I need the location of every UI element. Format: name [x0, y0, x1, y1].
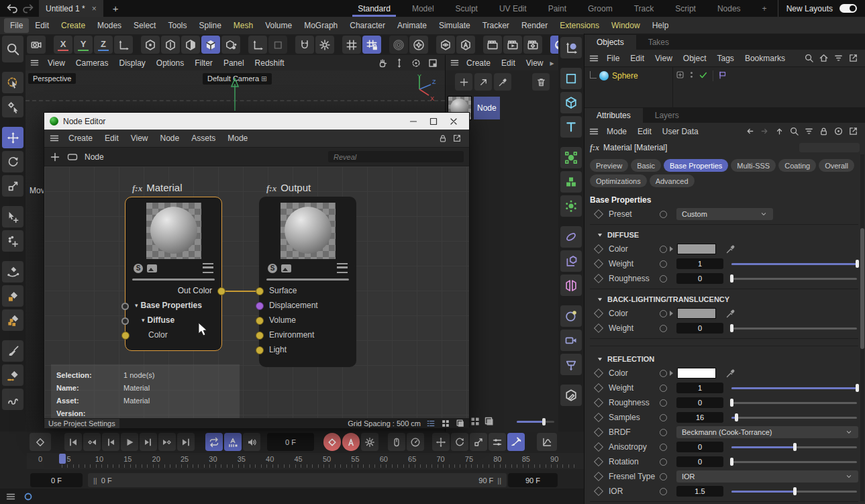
port-circle-icon[interactable] — [660, 211, 667, 218]
layout-tab-track[interactable]: Track — [623, 0, 665, 17]
node-connection-wire[interactable] — [219, 291, 260, 292]
live-selection-tool[interactable] — [2, 72, 23, 93]
rotate-tool[interactable] — [2, 151, 23, 172]
expand-arrow-icon[interactable] — [670, 246, 673, 252]
menu-mesh[interactable]: Mesh — [227, 18, 259, 33]
viewport-menu-panel[interactable]: Panel — [218, 56, 250, 70]
tab-takes[interactable]: Takes — [636, 35, 681, 50]
node-editor-menu-assets[interactable]: Assets — [185, 131, 221, 146]
node-menu-icon[interactable] — [337, 263, 348, 273]
value-slider[interactable] — [731, 383, 857, 393]
lock-x-axis-button[interactable]: X — [54, 36, 72, 54]
node-editor-menu-create[interactable]: Create — [62, 131, 99, 146]
section-tab-coating[interactable]: Coating — [778, 159, 816, 172]
scale-tool[interactable] — [2, 175, 23, 197]
lock-workplane-button[interactable] — [362, 36, 381, 54]
goto-end-button[interactable] — [177, 433, 195, 451]
value-field[interactable]: 0 — [676, 456, 723, 467]
camera-object-button[interactable] — [560, 330, 582, 351]
add-document-tab-button[interactable]: + — [103, 0, 128, 17]
in-port-environment[interactable] — [256, 332, 264, 340]
solo-badge-icon[interactable]: S — [268, 264, 277, 273]
find-tool-button[interactable] — [2, 36, 23, 62]
layout-view-icon[interactable] — [484, 416, 495, 427]
lock-z-axis-button[interactable]: Z — [94, 36, 113, 54]
color-swatch[interactable] — [677, 308, 716, 319]
object-enable-icon[interactable] — [676, 70, 684, 79]
viewport-solo-button[interactable] — [436, 36, 455, 54]
grid-view-icon[interactable] — [441, 419, 450, 428]
group-header-back-lighting-translucency[interactable]: BACK-LIGHTING/TRANSLUCENCY — [590, 292, 858, 306]
eyedropper-icon[interactable] — [725, 368, 736, 379]
previous-key-button[interactable] — [83, 433, 101, 451]
menu-extensions[interactable]: Extensions — [554, 18, 605, 33]
port-circle-icon[interactable] — [660, 385, 667, 392]
in-port-base-properties[interactable] — [121, 303, 129, 310]
object-name[interactable]: Sphere — [612, 71, 638, 81]
attributes-scrollbar[interactable] — [860, 154, 864, 501]
sketch-tool[interactable] — [2, 389, 23, 410]
port-circle-icon[interactable] — [660, 473, 667, 481]
loop-playback-button[interactable] — [205, 433, 223, 451]
expand-panel-icon[interactable] — [848, 53, 858, 63]
rectangle-spline-button[interactable] — [560, 68, 582, 89]
attributes-menu-mode[interactable]: Mode — [601, 125, 632, 138]
render-picture-viewer-button[interactable] — [503, 36, 522, 54]
bend-deformer-button[interactable] — [560, 226, 582, 248]
icon-view-icon[interactable] — [470, 416, 480, 427]
menu-create[interactable]: Create — [55, 18, 91, 33]
eyedropper-icon[interactable] — [725, 308, 736, 319]
image-badge-icon[interactable] — [147, 264, 157, 272]
menu-help[interactable]: Help — [646, 18, 675, 33]
port-circle-icon[interactable] — [660, 246, 667, 253]
objects-menu-file[interactable]: File — [601, 52, 625, 65]
node-editor-menu-node[interactable]: Node — [154, 131, 186, 146]
key-rotation-button[interactable] — [451, 433, 468, 451]
timing-button[interactable] — [407, 433, 424, 451]
node-editor-menu-edit[interactable]: Edit — [99, 131, 125, 146]
objects-menu-object[interactable]: Object — [678, 52, 712, 65]
effector-button[interactable] — [560, 195, 582, 217]
filter-icon[interactable] — [833, 53, 844, 63]
port-circle-icon[interactable] — [660, 458, 667, 466]
render-view-button[interactable] — [27, 36, 46, 54]
orbit-view-icon[interactable] — [411, 58, 421, 68]
menu-file[interactable]: File — [4, 18, 29, 33]
minimize-icon[interactable] — [403, 116, 423, 127]
port-circle-icon[interactable] — [660, 275, 667, 283]
range-slider[interactable]: || 0 F 90 F || — [88, 473, 507, 487]
port-circle-icon[interactable] — [660, 444, 667, 451]
menu-animate[interactable]: Animate — [391, 18, 433, 33]
keyframe-selection-button[interactable] — [388, 433, 405, 451]
measure-tool[interactable] — [2, 364, 23, 386]
layout-tab-script[interactable]: Script — [664, 0, 707, 17]
array-generator-button[interactable] — [560, 171, 582, 193]
key-pla-button[interactable] — [507, 433, 525, 451]
node-graph-canvas[interactable]: f:xMaterialSOut Color▾Base Properties▾Di… — [44, 166, 469, 418]
menu-render[interactable]: Render — [515, 18, 554, 33]
forward-icon[interactable] — [760, 126, 770, 136]
viewport-menu-options[interactable]: Options — [151, 56, 189, 70]
workplane-button[interactable] — [268, 36, 287, 54]
value-field[interactable]: 0 — [676, 323, 723, 334]
null-object-button[interactable] — [560, 250, 582, 272]
key-scale-button[interactable] — [470, 433, 487, 451]
menu-simulate[interactable]: Simulate — [433, 18, 476, 33]
value-slider[interactable] — [731, 259, 857, 268]
value-slider[interactable] — [731, 398, 857, 407]
objects-menu-icon[interactable] — [589, 53, 599, 64]
document-tab[interactable]: Untitled 1 * × — [39, 0, 103, 17]
section-tab-overall[interactable]: Overall — [819, 159, 854, 172]
viewport-menu-display[interactable]: Display — [113, 56, 150, 70]
menu-window[interactable]: Window — [605, 18, 646, 33]
in-port-light[interactable] — [256, 346, 264, 354]
up-icon[interactable] — [774, 126, 784, 136]
viewport-menu-icon[interactable] — [30, 58, 40, 68]
port-circle-icon[interactable] — [660, 370, 667, 377]
brdf-dropdown[interactable]: Beckmann (Cook-Torrance) — [676, 426, 858, 438]
polygon-pen-tool[interactable] — [2, 285, 23, 307]
section-tab-basic[interactable]: Basic — [631, 159, 661, 172]
list-view-icon[interactable] — [426, 419, 436, 428]
port-circle-icon[interactable] — [660, 260, 667, 268]
section-tab-base-properties[interactable]: Base Properties — [664, 159, 728, 172]
